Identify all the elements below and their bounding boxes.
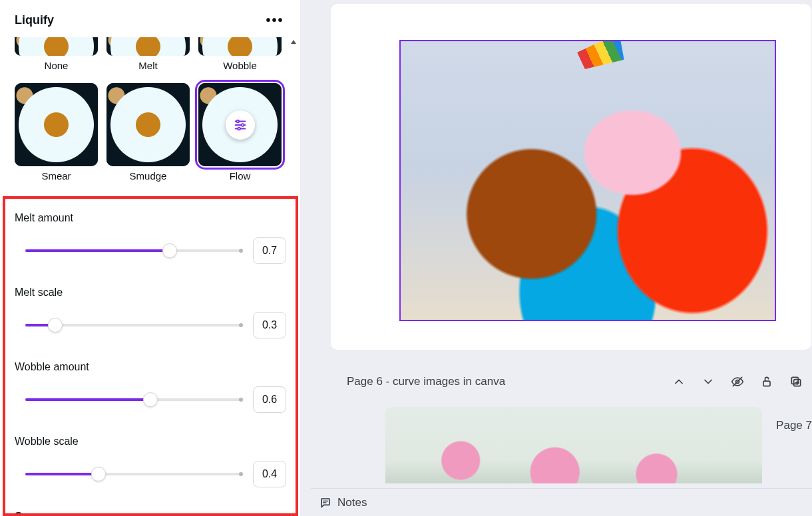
- preset-flow[interactable]: [198, 83, 282, 166]
- panel-title: Liquify: [15, 13, 54, 27]
- preset-smudge[interactable]: [106, 83, 190, 166]
- svg-point-1: [241, 124, 244, 126]
- page-title[interactable]: Page 6 - curve images in canva: [347, 375, 662, 388]
- preset-smear[interactable]: [15, 83, 98, 166]
- scroll-up-indicator-icon[interactable]: [291, 40, 296, 44]
- page-move-up-button[interactable]: [667, 370, 691, 394]
- next-page-label: Page 7: [776, 419, 812, 432]
- notes-button[interactable]: Notes: [319, 491, 367, 515]
- lock-page-button[interactable]: [755, 370, 779, 394]
- preset-none[interactable]: [15, 37, 98, 56]
- preset-label: Smear: [41, 170, 71, 182]
- section-heading: Smear: [15, 510, 286, 516]
- notes-label: Notes: [337, 496, 367, 509]
- preset-wobble[interactable]: [198, 37, 282, 56]
- adjust-icon: [226, 110, 255, 140]
- wobble-scale-slider[interactable]: [25, 473, 241, 475]
- melt-scale-value[interactable]: 0.3: [253, 312, 286, 338]
- slider-label: Wobble scale: [15, 436, 286, 448]
- effects-panel: Liquify ••• None Melt Wobble: [0, 0, 300, 516]
- next-page-card[interactable]: [385, 407, 762, 483]
- page-move-down-button[interactable]: [696, 370, 720, 394]
- preset-melt[interactable]: [106, 37, 190, 56]
- preset-label: Wobble: [223, 60, 257, 71]
- melt-amount-slider[interactable]: [25, 249, 241, 252]
- page-title-strip: Page 6 - curve images in canva: [311, 363, 812, 400]
- slider-label: Melt scale: [15, 287, 286, 299]
- preset-label: None: [45, 60, 69, 71]
- preset-label: Smudge: [130, 170, 167, 182]
- duplicate-page-button[interactable]: [784, 370, 808, 394]
- svg-point-2: [238, 127, 240, 130]
- slider-label: Melt amount: [15, 212, 286, 224]
- wobble-amount-slider[interactable]: [25, 398, 241, 401]
- wobble-scale-value[interactable]: 0.4: [253, 461, 286, 487]
- editor-canvas-area: Page 6 - curve images in canva Page 7: [300, 0, 812, 516]
- slider-controls-region: Melt amount 0.7 Melt scale: [3, 196, 298, 516]
- svg-point-0: [236, 120, 239, 122]
- svg-rect-4: [763, 381, 770, 386]
- panel-more-button[interactable]: •••: [264, 9, 286, 31]
- slider-label: Wobble amount: [15, 361, 286, 373]
- melt-amount-value[interactable]: 0.7: [253, 237, 286, 264]
- selected-image-frame[interactable]: [399, 40, 776, 321]
- preset-label: Melt: [138, 60, 157, 71]
- preset-label: Flow: [230, 170, 251, 182]
- bottom-bar: Notes: [311, 488, 812, 516]
- page-card[interactable]: [331, 4, 811, 350]
- hide-page-button[interactable]: [725, 370, 749, 394]
- melt-scale-slider[interactable]: [25, 324, 241, 326]
- wobble-amount-value[interactable]: 0.6: [253, 386, 286, 413]
